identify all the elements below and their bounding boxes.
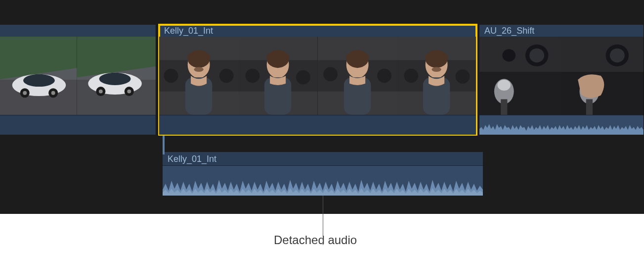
svg-point-20: [164, 69, 178, 83]
thumbnail-row: [159, 37, 476, 115]
clip-label: Kelly_01_Int: [159, 25, 476, 37]
waveform: [479, 115, 644, 135]
clip-audio-band: [0, 115, 156, 135]
callout-line: [323, 196, 323, 245]
svg-point-47: [529, 49, 544, 62]
svg-point-28: [296, 70, 310, 84]
svg-point-21: [219, 69, 234, 83]
svg-point-50: [498, 80, 511, 91]
thumbnail: [77, 37, 156, 115]
thumbnail-row: [0, 37, 156, 115]
thumbnail: [159, 37, 238, 115]
video-clip-selected[interactable]: Kelly_01_Int: [159, 25, 476, 135]
svg-point-40: [455, 69, 470, 83]
thumbnail: [238, 37, 317, 115]
waveform: [163, 166, 483, 196]
thumbnail: [561, 37, 644, 115]
svg-rect-45: [479, 37, 561, 72]
attach-handle[interactable]: [163, 135, 165, 154]
clip-label: Kelly_01_Int: [163, 152, 483, 166]
svg-point-17: [127, 90, 131, 94]
svg-point-43: [431, 67, 441, 72]
svg-point-55: [610, 49, 625, 62]
thumbnail-row: [479, 37, 644, 115]
svg-point-33: [323, 67, 338, 81]
video-clip[interactable]: AU_26_Shift: [479, 25, 644, 135]
svg-point-27: [246, 69, 260, 83]
svg-point-48: [503, 49, 516, 61]
svg-point-16: [98, 90, 102, 94]
svg-point-8: [51, 91, 55, 95]
svg-point-34: [377, 69, 391, 83]
video-clip[interactable]: [0, 25, 156, 135]
clip-label: AU_26_Shift: [479, 25, 644, 37]
svg-point-39: [404, 69, 418, 83]
callout-label: Detached audio: [274, 233, 357, 247]
clip-audio-band[interactable]: [479, 115, 644, 135]
thumbnail: [318, 37, 397, 115]
svg-point-7: [23, 91, 27, 95]
svg-rect-53: [561, 37, 644, 72]
thumbnail: [479, 37, 561, 115]
svg-point-13: [99, 73, 130, 85]
svg-point-24: [194, 67, 204, 72]
svg-point-4: [23, 74, 55, 87]
video-track: Kelly_01_Int: [0, 25, 644, 135]
thumbnail: [0, 37, 77, 115]
svg-rect-51: [501, 99, 507, 115]
svg-rect-57: [586, 99, 593, 115]
thumbnail: [397, 37, 476, 115]
timeline[interactable]: Kelly_01_Int: [0, 0, 644, 214]
detached-audio-clip[interactable]: Kelly_01_Int: [163, 152, 483, 196]
clip-audio-band: [159, 115, 476, 135]
